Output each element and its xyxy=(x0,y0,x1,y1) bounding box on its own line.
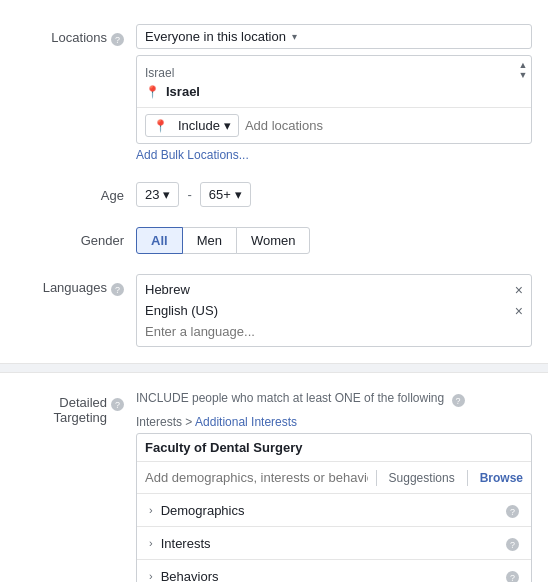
locations-label: Locations ? xyxy=(16,24,136,46)
language-name-0: Hebrew xyxy=(145,282,190,297)
age-max-chevron-icon: ▾ xyxy=(235,187,242,202)
separator-v xyxy=(376,470,377,486)
detailed-targeting-row: Detailed Targeting ? INCLUDE people who … xyxy=(0,381,548,582)
detailed-targeting-label-text: Detailed Targeting xyxy=(16,395,107,425)
scroll-indicator: ▲ ▼ xyxy=(515,56,531,143)
chevron-down-icon: ▾ xyxy=(292,31,297,42)
scroll-up-icon[interactable]: ▲ xyxy=(519,60,528,70)
gender-women-button[interactable]: Women xyxy=(236,227,311,254)
gender-men-button[interactable]: Men xyxy=(182,227,237,254)
language-item-1: English (US) × xyxy=(145,300,523,321)
description-info-icon[interactable]: ? xyxy=(452,394,465,407)
language-remove-0[interactable]: × xyxy=(515,283,523,297)
category-left-1: › Interests xyxy=(149,536,211,551)
locations-label-text: Locations xyxy=(51,30,107,45)
gender-label-text: Gender xyxy=(81,233,124,248)
languages-label: Languages ? xyxy=(16,274,136,296)
chevron-right-icon-0: › xyxy=(149,504,153,516)
description-text: INCLUDE people who match at least ONE of… xyxy=(136,391,444,405)
age-selectors: 23 ▾ - 65+ ▾ xyxy=(136,182,532,207)
age-row: Age 23 ▾ - 65+ ▾ xyxy=(0,174,548,215)
language-remove-1[interactable]: × xyxy=(515,304,523,318)
category-info-icon-1[interactable]: ? xyxy=(506,538,519,551)
category-name-2: Behaviors xyxy=(161,569,219,583)
location-box: Israel 📍 Israel ▲ ▼ 📍 Include ▾ xyxy=(136,55,532,144)
interests-path: Interests > Interests > Additional Inter… xyxy=(136,415,532,429)
detailed-targeting-description: INCLUDE people who match at least ONE of… xyxy=(136,391,532,407)
gender-label: Gender xyxy=(16,227,136,248)
locations-row: Locations ? Everyone in this location ▾ … xyxy=(0,16,548,170)
bulk-locations-link[interactable]: Add Bulk Locations... xyxy=(136,148,532,162)
section-separator xyxy=(0,363,548,373)
additional-interests-link[interactable]: Additional Interests xyxy=(195,415,297,429)
locations-info-icon[interactable]: ? xyxy=(111,33,124,46)
separator-v-2 xyxy=(467,470,468,486)
pin-icon: 📍 xyxy=(145,85,160,99)
chevron-right-icon-1: › xyxy=(149,537,153,549)
age-label-text: Age xyxy=(101,188,124,203)
gender-content: All Men Women xyxy=(136,227,532,254)
category-name-1: Interests xyxy=(161,536,211,551)
languages-content: Hebrew × English (US) × xyxy=(136,274,532,347)
category-row-2[interactable]: › Behaviors ? xyxy=(137,560,531,582)
targeting-box-wrapper: Interests > Interests > Additional Inter… xyxy=(136,415,532,582)
include-pin-icon: 📍 xyxy=(153,119,168,133)
language-name-1: English (US) xyxy=(145,303,218,318)
age-max-select[interactable]: 65+ ▾ xyxy=(200,182,251,207)
language-item-0: Hebrew × xyxy=(145,279,523,300)
category-info-icon-0[interactable]: ? xyxy=(506,505,519,518)
targeting-search-input[interactable] xyxy=(137,462,376,493)
category-name-0: Demographics xyxy=(161,503,245,518)
languages-info-icon[interactable]: ? xyxy=(111,283,124,296)
languages-label-text: Languages xyxy=(43,280,107,295)
interest-item: Faculty of Dental Surgery xyxy=(137,434,531,462)
location-name: Israel xyxy=(166,84,200,99)
category-left-0: › Demographics xyxy=(149,503,245,518)
location-list: Israel 📍 Israel xyxy=(137,56,531,107)
chevron-right-icon-2: › xyxy=(149,570,153,582)
include-row: 📍 Include ▾ xyxy=(137,108,531,143)
add-locations-input[interactable] xyxy=(245,118,523,133)
locations-content: Everyone in this location ▾ Israel 📍 Isr… xyxy=(136,24,532,162)
targeting-box: Faculty of Dental Surgery Suggestions Br… xyxy=(136,433,532,582)
age-min-value: 23 xyxy=(145,187,159,202)
location-item: 📍 Israel xyxy=(145,82,523,101)
include-button[interactable]: 📍 Include ▾ xyxy=(145,114,239,137)
scroll-down-icon[interactable]: ▼ xyxy=(519,70,528,80)
include-chevron-icon: ▾ xyxy=(224,118,231,133)
include-label-text: Include xyxy=(178,118,220,133)
location-dropdown[interactable]: Everyone in this location ▾ xyxy=(136,24,532,49)
languages-row: Languages ? Hebrew × English (US) × xyxy=(0,266,548,355)
detailed-targeting-content: INCLUDE people who match at least ONE of… xyxy=(136,389,532,582)
dropdown-value-text: Everyone in this location xyxy=(145,29,286,44)
age-content: 23 ▾ - 65+ ▾ xyxy=(136,182,532,207)
location-country: Israel xyxy=(145,62,523,82)
category-info-icon-2[interactable]: ? xyxy=(506,571,519,582)
category-row-0[interactable]: › Demographics ? xyxy=(137,494,531,527)
age-min-chevron-icon: ▾ xyxy=(163,187,170,202)
gender-all-button[interactable]: All xyxy=(136,227,183,254)
browse-button[interactable]: Browse xyxy=(476,467,527,489)
search-row: Suggestions Browse xyxy=(137,462,531,494)
search-actions: Suggestions Browse xyxy=(376,467,531,489)
age-min-select[interactable]: 23 ▾ xyxy=(136,182,179,207)
languages-box: Hebrew × English (US) × xyxy=(136,274,532,347)
category-left-2: › Behaviors xyxy=(149,569,218,583)
gender-row: Gender All Men Women xyxy=(0,219,548,262)
age-max-value: 65+ xyxy=(209,187,231,202)
detailed-targeting-info-icon[interactable]: ? xyxy=(111,398,124,411)
language-input[interactable] xyxy=(145,321,523,342)
suggestions-button[interactable]: Suggestions xyxy=(385,467,459,489)
category-row-1[interactable]: › Interests ? xyxy=(137,527,531,560)
age-dash: - xyxy=(187,187,191,202)
detailed-targeting-label: Detailed Targeting ? xyxy=(16,389,136,425)
gender-buttons: All Men Women xyxy=(136,227,532,254)
age-label: Age xyxy=(16,182,136,203)
